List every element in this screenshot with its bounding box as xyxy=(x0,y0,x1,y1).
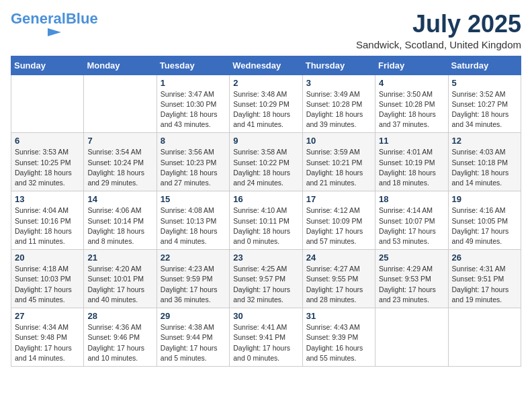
day-info: Sunrise: 3:50 AMSunset: 10:28 PMDaylight… xyxy=(379,89,444,130)
location-subtitle: Sandwick, Scotland, United Kingdom xyxy=(356,39,521,50)
day-number: 5 xyxy=(452,78,517,88)
table-row: 12Sunrise: 4:03 AMSunset: 10:18 PMDaylig… xyxy=(448,133,521,191)
table-row: 22Sunrise: 4:23 AMSunset: 9:59 PMDayligh… xyxy=(157,250,229,308)
day-info: Sunrise: 4:08 AMSunset: 10:13 PMDaylight… xyxy=(161,205,226,246)
table-row: 25Sunrise: 4:29 AMSunset: 9:53 PMDayligh… xyxy=(375,250,448,308)
table-row: 8Sunrise: 3:56 AMSunset: 10:23 PMDayligh… xyxy=(157,133,229,191)
header-thursday: Thursday xyxy=(302,56,375,75)
day-info: Sunrise: 4:38 AMSunset: 9:44 PMDaylight:… xyxy=(161,322,226,363)
day-info: Sunrise: 4:23 AMSunset: 9:59 PMDaylight:… xyxy=(161,264,226,305)
header-saturday: Saturday xyxy=(448,56,521,75)
table-row: 16Sunrise: 4:10 AMSunset: 10:11 PMDaylig… xyxy=(230,191,302,250)
table-row: 13Sunrise: 4:04 AMSunset: 10:16 PMDaylig… xyxy=(11,191,84,250)
table-row xyxy=(375,308,448,367)
day-info: Sunrise: 4:16 AMSunset: 10:05 PMDaylight… xyxy=(452,205,517,246)
table-row: 1Sunrise: 3:47 AMSunset: 10:30 PMDayligh… xyxy=(157,75,229,133)
day-number: 14 xyxy=(87,194,152,204)
day-info: Sunrise: 4:14 AMSunset: 10:07 PMDaylight… xyxy=(379,205,444,246)
day-number: 23 xyxy=(233,253,298,263)
day-number: 12 xyxy=(452,136,517,146)
day-number: 2 xyxy=(233,78,298,88)
day-number: 4 xyxy=(379,78,444,88)
day-number: 27 xyxy=(15,311,80,321)
day-info: Sunrise: 4:20 AMSunset: 10:01 PMDaylight… xyxy=(87,264,152,305)
day-info: Sunrise: 4:04 AMSunset: 10:16 PMDaylight… xyxy=(15,205,80,246)
table-row xyxy=(448,308,521,367)
table-row: 24Sunrise: 4:27 AMSunset: 9:55 PMDayligh… xyxy=(302,250,375,308)
day-info: Sunrise: 4:31 AMSunset: 9:51 PMDaylight:… xyxy=(452,264,517,305)
table-row: 15Sunrise: 4:08 AMSunset: 10:13 PMDaylig… xyxy=(157,191,229,250)
day-info: Sunrise: 3:48 AMSunset: 10:29 PMDaylight… xyxy=(233,89,298,130)
day-number: 19 xyxy=(452,194,517,204)
day-info: Sunrise: 3:59 AMSunset: 10:21 PMDaylight… xyxy=(306,147,371,188)
table-row: 7Sunrise: 3:54 AMSunset: 10:24 PMDayligh… xyxy=(84,133,157,191)
table-row: 28Sunrise: 4:36 AMSunset: 9:46 PMDayligh… xyxy=(84,308,157,367)
header-wednesday: Wednesday xyxy=(230,56,302,75)
day-number: 17 xyxy=(306,194,371,204)
day-info: Sunrise: 3:53 AMSunset: 10:25 PMDaylight… xyxy=(15,147,80,188)
day-info: Sunrise: 3:58 AMSunset: 10:22 PMDaylight… xyxy=(233,147,298,188)
page-header: GeneralBlue July 2025 Sandwick, Scotland… xyxy=(11,11,521,50)
day-info: Sunrise: 4:29 AMSunset: 9:53 PMDaylight:… xyxy=(379,264,444,305)
table-row: 31Sunrise: 4:43 AMSunset: 9:39 PMDayligh… xyxy=(302,308,375,367)
day-number: 18 xyxy=(379,194,444,204)
day-number: 1 xyxy=(161,78,226,88)
day-number: 21 xyxy=(87,253,152,263)
calendar-week-row: 6Sunrise: 3:53 AMSunset: 10:25 PMDayligh… xyxy=(11,133,521,191)
logo-blue: Blue xyxy=(66,10,98,27)
table-row: 21Sunrise: 4:20 AMSunset: 10:01 PMDaylig… xyxy=(84,250,157,308)
header-tuesday: Tuesday xyxy=(157,56,229,75)
day-number: 30 xyxy=(233,311,298,321)
header-sunday: Sunday xyxy=(11,56,84,75)
table-row: 29Sunrise: 4:38 AMSunset: 9:44 PMDayligh… xyxy=(157,308,229,367)
table-row: 26Sunrise: 4:31 AMSunset: 9:51 PMDayligh… xyxy=(448,250,521,308)
table-row: 11Sunrise: 4:01 AMSunset: 10:19 PMDaylig… xyxy=(375,133,448,191)
month-year-title: July 2025 xyxy=(356,11,521,38)
day-number: 31 xyxy=(306,311,371,321)
day-number: 13 xyxy=(15,194,80,204)
calendar-week-row: 27Sunrise: 4:34 AMSunset: 9:48 PMDayligh… xyxy=(11,308,521,367)
day-info: Sunrise: 4:41 AMSunset: 9:41 PMDaylight:… xyxy=(233,322,298,363)
table-row: 10Sunrise: 3:59 AMSunset: 10:21 PMDaylig… xyxy=(302,133,375,191)
day-info: Sunrise: 4:01 AMSunset: 10:19 PMDaylight… xyxy=(379,147,444,188)
table-row: 2Sunrise: 3:48 AMSunset: 10:29 PMDayligh… xyxy=(230,75,302,133)
day-info: Sunrise: 4:12 AMSunset: 10:09 PMDaylight… xyxy=(306,205,371,246)
day-info: Sunrise: 4:10 AMSunset: 10:11 PMDaylight… xyxy=(233,205,298,246)
day-info: Sunrise: 4:27 AMSunset: 9:55 PMDaylight:… xyxy=(306,264,371,305)
day-info: Sunrise: 3:47 AMSunset: 10:30 PMDaylight… xyxy=(161,89,226,130)
svg-marker-0 xyxy=(48,28,61,36)
table-row: 18Sunrise: 4:14 AMSunset: 10:07 PMDaylig… xyxy=(375,191,448,250)
table-row xyxy=(11,75,84,133)
day-info: Sunrise: 4:34 AMSunset: 9:48 PMDaylight:… xyxy=(15,322,80,363)
day-number: 25 xyxy=(379,253,444,263)
day-number: 7 xyxy=(87,136,152,146)
logo-general: General xyxy=(11,10,66,27)
table-row: 3Sunrise: 3:49 AMSunset: 10:28 PMDayligh… xyxy=(302,75,375,133)
calendar-week-row: 13Sunrise: 4:04 AMSunset: 10:16 PMDaylig… xyxy=(11,191,521,250)
calendar-table: Sunday Monday Tuesday Wednesday Thursday… xyxy=(11,56,521,367)
day-number: 28 xyxy=(87,311,152,321)
day-number: 26 xyxy=(452,253,517,263)
day-number: 11 xyxy=(379,136,444,146)
table-row xyxy=(84,75,157,133)
day-number: 29 xyxy=(161,311,226,321)
day-info: Sunrise: 4:03 AMSunset: 10:18 PMDaylight… xyxy=(452,147,517,188)
day-info: Sunrise: 4:25 AMSunset: 9:57 PMDaylight:… xyxy=(233,264,298,305)
logo-icon xyxy=(11,27,71,38)
day-info: Sunrise: 3:49 AMSunset: 10:28 PMDaylight… xyxy=(306,89,371,130)
day-number: 6 xyxy=(15,136,80,146)
day-number: 22 xyxy=(161,253,226,263)
day-number: 3 xyxy=(306,78,371,88)
title-block: July 2025 Sandwick, Scotland, United Kin… xyxy=(356,11,521,50)
calendar-week-row: 1Sunrise: 3:47 AMSunset: 10:30 PMDayligh… xyxy=(11,75,521,133)
day-info: Sunrise: 3:54 AMSunset: 10:24 PMDaylight… xyxy=(87,147,152,188)
logo: GeneralBlue xyxy=(11,11,98,38)
day-info: Sunrise: 3:52 AMSunset: 10:27 PMDaylight… xyxy=(452,89,517,130)
logo-text: GeneralBlue xyxy=(11,11,98,27)
day-number: 9 xyxy=(233,136,298,146)
day-number: 20 xyxy=(15,253,80,263)
day-number: 10 xyxy=(306,136,371,146)
day-info: Sunrise: 4:18 AMSunset: 10:03 PMDaylight… xyxy=(15,264,80,305)
table-row: 23Sunrise: 4:25 AMSunset: 9:57 PMDayligh… xyxy=(230,250,302,308)
calendar-week-row: 20Sunrise: 4:18 AMSunset: 10:03 PMDaylig… xyxy=(11,250,521,308)
